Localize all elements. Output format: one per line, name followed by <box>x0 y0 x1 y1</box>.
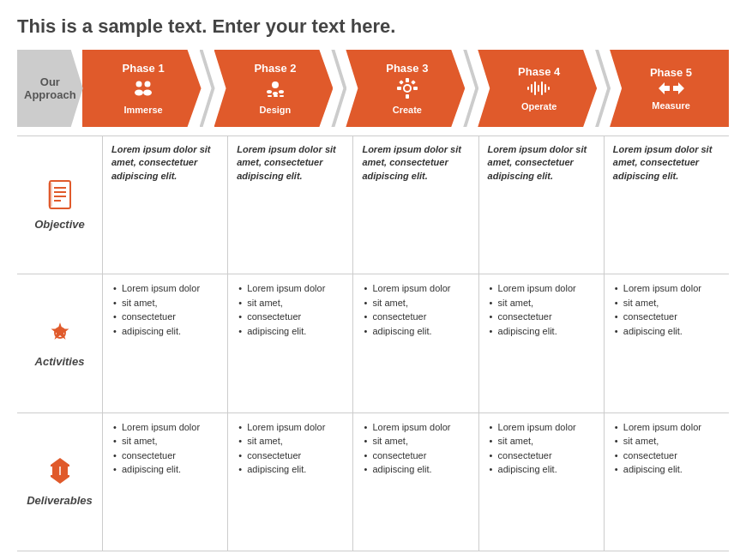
activities-list-5: Lorem ipsum dolor sit amet, consectetuer… <box>613 281 722 338</box>
svg-rect-20 <box>534 81 536 95</box>
objective-text-4: Lorem ipsum dolor sit amet, consectetuer… <box>488 143 597 183</box>
svg-rect-19 <box>531 84 532 93</box>
deliverables-list-3: Lorem ipsum dolor sit amet, consectetuer… <box>362 420 471 477</box>
svg-rect-21 <box>538 85 539 92</box>
deliverables-list-2: Lorem ipsum dolor sit amet, consectetuer… <box>237 420 346 477</box>
list-item: adipiscing elit. <box>362 324 471 339</box>
list-item: sit amet, <box>362 296 471 310</box>
list-item: consectetuer <box>111 449 220 463</box>
objective-text-1: Lorem ipsum dolor sit amet, consectetuer… <box>111 143 220 183</box>
list-item: sit amet, <box>111 434 220 449</box>
list-item: Lorem ipsum dolor <box>613 420 722 435</box>
svg-rect-9 <box>274 95 278 97</box>
phase-3-arrow: Phase 3 Create <box>346 50 465 127</box>
activities-row: Activities Lorem ipsum dolor sit amet, c… <box>17 274 729 412</box>
objective-cell-4: Lorem ipsum dolor sit amet, consectetuer… <box>479 136 605 274</box>
list-item: Lorem ipsum dolor <box>111 281 220 296</box>
phase-4-name: Operate <box>521 101 557 111</box>
phase-4-num: Phase 4 <box>518 65 560 78</box>
deliverables-row: Deliverables Lorem ipsum dolor sit amet,… <box>17 412 729 551</box>
list-item: sit amet, <box>362 434 471 449</box>
svg-rect-32 <box>48 183 52 207</box>
svg-rect-27 <box>50 181 70 208</box>
svg-point-11 <box>404 85 411 92</box>
objective-row: Objective Lorem ipsum dolor sit amet, co… <box>17 135 729 274</box>
list-item: consectetuer <box>111 310 220 324</box>
phase-2-arrow: Phase 2 Design <box>214 50 334 127</box>
deliverables-icon <box>49 456 71 491</box>
phase-3-num: Phase 3 <box>386 62 428 75</box>
activities-cell-2: Lorem ipsum dolor sit amet, consectetuer… <box>228 274 353 412</box>
approach-text: OurApproach <box>24 75 76 101</box>
list-item: Lorem ipsum dolor <box>237 420 346 435</box>
phase-2-name: Design <box>260 105 292 115</box>
svg-rect-16 <box>399 80 404 85</box>
activities-cell-5: Lorem ipsum dolor sit amet, consectetuer… <box>605 274 729 412</box>
svg-rect-12 <box>406 78 409 82</box>
phase-1-icon <box>131 76 155 103</box>
svg-point-3 <box>143 90 152 96</box>
table-section: Objective Lorem ipsum dolor sit amet, co… <box>17 135 729 551</box>
svg-rect-10 <box>280 95 284 97</box>
list-item: adipiscing elit. <box>111 324 220 339</box>
list-item: consectetuer <box>362 310 471 324</box>
svg-point-5 <box>267 90 272 93</box>
list-item: Lorem ipsum dolor <box>237 281 346 296</box>
list-item: consectetuer <box>362 449 471 463</box>
list-item: adipiscing elit. <box>488 462 597 477</box>
phase-5-icon <box>659 81 684 99</box>
svg-point-4 <box>272 81 279 88</box>
svg-point-1 <box>145 81 151 87</box>
list-item: consectetuer <box>488 449 597 463</box>
deliverables-cell-2: Lorem ipsum dolor sit amet, consectetuer… <box>228 413 353 551</box>
svg-point-6 <box>273 92 278 95</box>
svg-rect-14 <box>397 87 401 90</box>
page-title: This is a sample text. Enter your text h… <box>17 15 729 38</box>
activities-icon <box>46 319 74 352</box>
list-item: adipiscing elit. <box>111 462 220 477</box>
svg-rect-22 <box>541 81 543 95</box>
objective-cell-5: Lorem ipsum dolor sit amet, consectetuer… <box>605 136 729 274</box>
activities-list-2: Lorem ipsum dolor sit amet, consectetuer… <box>237 281 346 338</box>
list-item: sit amet, <box>237 296 346 310</box>
list-item: consectetuer <box>613 310 722 324</box>
phase-5-num: Phase 5 <box>650 66 692 79</box>
list-item: Lorem ipsum dolor <box>488 420 597 435</box>
phase-3-icon <box>395 76 419 103</box>
objective-text-3: Lorem ipsum dolor sit amet, consectetuer… <box>362 143 471 183</box>
deliverables-cell-3: Lorem ipsum dolor sit amet, consectetuer… <box>353 413 478 551</box>
phase-4-icon <box>526 80 552 99</box>
page-wrapper: This is a sample text. Enter your text h… <box>0 0 746 560</box>
svg-rect-17 <box>411 80 416 85</box>
svg-rect-24 <box>548 87 550 90</box>
svg-point-0 <box>136 81 142 87</box>
activities-cell-1: Lorem ipsum dolor sit amet, consectetuer… <box>103 274 228 412</box>
list-item: consectetuer <box>237 310 346 324</box>
phase-3-name: Create <box>393 105 422 115</box>
list-item: sit amet, <box>488 434 597 449</box>
list-item: adipiscing elit. <box>488 324 597 339</box>
phase-2-num: Phase 2 <box>254 62 296 75</box>
objective-label-cell: Objective <box>17 136 103 274</box>
spacer-1 <box>200 50 215 127</box>
objective-label-text: Objective <box>34 218 85 231</box>
objective-icon <box>47 180 73 214</box>
approach-label: OurApproach <box>17 50 83 127</box>
objective-text-2: Lorem ipsum dolor sit amet, consectetuer… <box>237 143 346 183</box>
svg-rect-8 <box>268 95 272 97</box>
svg-point-7 <box>279 90 284 93</box>
svg-marker-26 <box>673 82 684 94</box>
objective-cell-1: Lorem ipsum dolor sit amet, consectetuer… <box>103 136 228 274</box>
objective-cell-3: Lorem ipsum dolor sit amet, consectetuer… <box>353 136 478 274</box>
phase-2-icon <box>263 76 287 103</box>
deliverables-label-text: Deliverables <box>27 494 93 507</box>
phase-1-name: Immerse <box>123 105 162 115</box>
deliverables-cell-5: Lorem ipsum dolor sit amet, consectetuer… <box>605 413 729 551</box>
deliverables-cell-1: Lorem ipsum dolor sit amet, consectetuer… <box>103 413 228 551</box>
phase-5-arrow: Phase 5 Measure <box>610 50 729 127</box>
list-item: sit amet, <box>111 296 220 310</box>
activities-cell-3: Lorem ipsum dolor sit amet, consectetuer… <box>353 274 478 412</box>
list-item: Lorem ipsum dolor <box>613 281 722 296</box>
phase-5-name: Measure <box>652 100 690 111</box>
list-item: sit amet, <box>613 434 722 449</box>
